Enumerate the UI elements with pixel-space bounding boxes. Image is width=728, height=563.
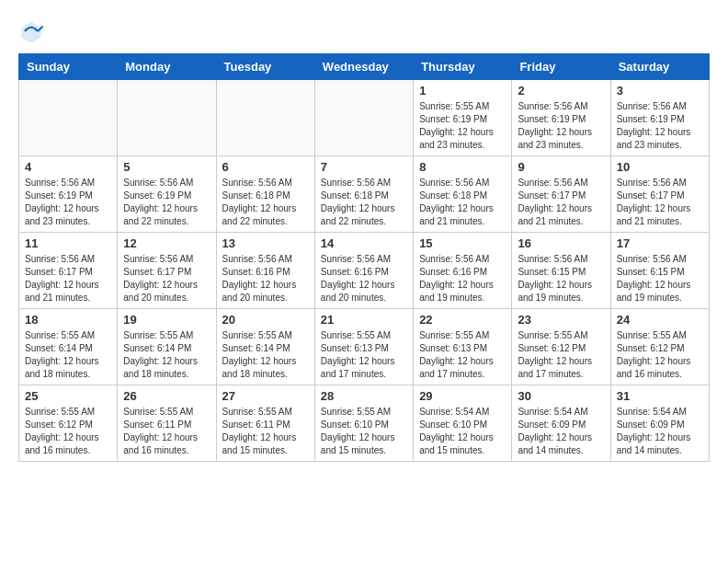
day-header-sunday: Sunday	[19, 54, 118, 80]
day-info: Sunrise: 5:56 AM Sunset: 6:15 PM Dayligh…	[518, 253, 604, 304]
calendar-cell: 15Sunrise: 5:56 AM Sunset: 6:16 PM Dayli…	[414, 233, 512, 309]
day-number: 29	[419, 389, 506, 403]
day-info: Sunrise: 5:55 AM Sunset: 6:14 PM Dayligh…	[25, 329, 111, 381]
calendar-cell: 30Sunrise: 5:54 AM Sunset: 6:09 PM Dayli…	[512, 385, 610, 462]
day-number: 10	[617, 160, 703, 174]
day-number: 13	[222, 236, 309, 250]
day-number: 27	[222, 389, 309, 403]
day-number: 3	[617, 84, 703, 98]
day-header-saturday: Saturday	[610, 54, 709, 80]
day-number: 9	[518, 160, 604, 174]
day-info: Sunrise: 5:55 AM Sunset: 6:13 PM Dayligh…	[321, 329, 407, 381]
day-header-tuesday: Tuesday	[216, 54, 314, 80]
day-number: 28	[321, 389, 407, 403]
calendar-cell: 12Sunrise: 5:56 AM Sunset: 6:17 PM Dayli…	[118, 233, 216, 309]
day-number: 20	[222, 313, 309, 327]
day-header-friday: Friday	[512, 54, 610, 80]
day-number: 19	[123, 313, 210, 327]
calendar-week-row: 25Sunrise: 5:55 AM Sunset: 6:12 PM Dayli…	[19, 385, 710, 462]
calendar-cell	[216, 80, 314, 156]
day-info: Sunrise: 5:56 AM Sunset: 6:18 PM Dayligh…	[321, 177, 407, 228]
day-info: Sunrise: 5:55 AM Sunset: 6:14 PM Dayligh…	[123, 329, 210, 381]
calendar-cell: 5Sunrise: 5:56 AM Sunset: 6:19 PM Daylig…	[118, 156, 216, 233]
calendar-cell: 24Sunrise: 5:55 AM Sunset: 6:12 PM Dayli…	[610, 309, 709, 385]
calendar-week-row: 1Sunrise: 5:55 AM Sunset: 6:19 PM Daylig…	[19, 80, 710, 156]
calendar-header-row: SundayMondayTuesdayWednesdayThursdayFrid…	[19, 54, 710, 80]
calendar-cell: 9Sunrise: 5:56 AM Sunset: 6:17 PM Daylig…	[512, 156, 610, 233]
day-info: Sunrise: 5:55 AM Sunset: 6:14 PM Dayligh…	[222, 329, 309, 381]
day-number: 1	[419, 84, 506, 98]
day-number: 21	[321, 313, 407, 327]
calendar-week-row: 11Sunrise: 5:56 AM Sunset: 6:17 PM Dayli…	[19, 233, 710, 309]
page-header	[18, 18, 710, 44]
day-info: Sunrise: 5:55 AM Sunset: 6:12 PM Dayligh…	[617, 329, 703, 381]
day-info: Sunrise: 5:55 AM Sunset: 6:19 PM Dayligh…	[419, 100, 506, 152]
day-info: Sunrise: 5:55 AM Sunset: 6:10 PM Dayligh…	[321, 406, 407, 457]
day-info: Sunrise: 5:54 AM Sunset: 6:10 PM Dayligh…	[419, 406, 506, 457]
day-info: Sunrise: 5:56 AM Sunset: 6:18 PM Dayligh…	[222, 177, 309, 228]
calendar-cell: 20Sunrise: 5:55 AM Sunset: 6:14 PM Dayli…	[216, 309, 314, 385]
calendar-cell	[118, 80, 216, 156]
day-header-thursday: Thursday	[414, 54, 512, 80]
day-number: 15	[419, 236, 506, 250]
calendar-cell: 25Sunrise: 5:55 AM Sunset: 6:12 PM Dayli…	[19, 385, 118, 462]
day-number: 7	[321, 160, 407, 174]
day-number: 23	[518, 313, 604, 327]
calendar-week-row: 4Sunrise: 5:56 AM Sunset: 6:19 PM Daylig…	[19, 156, 710, 233]
day-number: 25	[25, 389, 111, 403]
calendar-cell: 6Sunrise: 5:56 AM Sunset: 6:18 PM Daylig…	[216, 156, 314, 233]
day-header-wednesday: Wednesday	[314, 54, 413, 80]
day-info: Sunrise: 5:54 AM Sunset: 6:09 PM Dayligh…	[518, 406, 604, 457]
day-info: Sunrise: 5:55 AM Sunset: 6:12 PM Dayligh…	[518, 329, 604, 381]
day-header-monday: Monday	[118, 54, 216, 80]
day-number: 17	[617, 236, 703, 250]
day-info: Sunrise: 5:55 AM Sunset: 6:11 PM Dayligh…	[222, 406, 309, 457]
calendar-cell: 17Sunrise: 5:56 AM Sunset: 6:15 PM Dayli…	[610, 233, 709, 309]
day-number: 12	[123, 236, 210, 250]
calendar-cell: 8Sunrise: 5:56 AM Sunset: 6:18 PM Daylig…	[414, 156, 512, 233]
day-number: 14	[321, 236, 407, 250]
day-info: Sunrise: 5:56 AM Sunset: 6:17 PM Dayligh…	[25, 253, 111, 304]
day-info: Sunrise: 5:55 AM Sunset: 6:13 PM Dayligh…	[419, 329, 506, 381]
calendar-cell: 26Sunrise: 5:55 AM Sunset: 6:11 PM Dayli…	[118, 385, 216, 462]
day-number: 26	[123, 389, 210, 403]
calendar-cell: 18Sunrise: 5:55 AM Sunset: 6:14 PM Dayli…	[19, 309, 118, 385]
day-number: 31	[617, 389, 703, 403]
calendar-cell: 3Sunrise: 5:56 AM Sunset: 6:19 PM Daylig…	[610, 80, 709, 156]
logo	[18, 18, 48, 44]
calendar-cell: 2Sunrise: 5:56 AM Sunset: 6:19 PM Daylig…	[512, 80, 610, 156]
calendar-cell: 7Sunrise: 5:56 AM Sunset: 6:18 PM Daylig…	[314, 156, 413, 233]
calendar-week-row: 18Sunrise: 5:55 AM Sunset: 6:14 PM Dayli…	[19, 309, 710, 385]
day-number: 5	[123, 160, 210, 174]
day-number: 24	[617, 313, 703, 327]
day-info: Sunrise: 5:56 AM Sunset: 6:17 PM Dayligh…	[123, 253, 210, 304]
day-info: Sunrise: 5:54 AM Sunset: 6:09 PM Dayligh…	[617, 406, 703, 457]
day-number: 11	[25, 236, 111, 250]
svg-marker-0	[22, 22, 41, 43]
calendar-cell	[314, 80, 413, 156]
day-info: Sunrise: 5:56 AM Sunset: 6:16 PM Dayligh…	[222, 253, 309, 304]
day-info: Sunrise: 5:55 AM Sunset: 6:12 PM Dayligh…	[25, 406, 111, 457]
calendar-cell: 14Sunrise: 5:56 AM Sunset: 6:16 PM Dayli…	[314, 233, 413, 309]
logo-icon	[18, 18, 44, 44]
day-info: Sunrise: 5:55 AM Sunset: 6:11 PM Dayligh…	[123, 406, 210, 457]
calendar-cell: 29Sunrise: 5:54 AM Sunset: 6:10 PM Dayli…	[414, 385, 512, 462]
day-info: Sunrise: 5:56 AM Sunset: 6:19 PM Dayligh…	[518, 100, 604, 152]
day-number: 30	[518, 389, 604, 403]
calendar-cell: 31Sunrise: 5:54 AM Sunset: 6:09 PM Dayli…	[610, 385, 709, 462]
calendar-cell: 16Sunrise: 5:56 AM Sunset: 6:15 PM Dayli…	[512, 233, 610, 309]
calendar-table: SundayMondayTuesdayWednesdayThursdayFrid…	[18, 53, 710, 462]
day-number: 16	[518, 236, 604, 250]
day-info: Sunrise: 5:56 AM Sunset: 6:19 PM Dayligh…	[617, 100, 703, 152]
day-number: 4	[25, 160, 111, 174]
calendar-cell: 10Sunrise: 5:56 AM Sunset: 6:17 PM Dayli…	[610, 156, 709, 233]
day-info: Sunrise: 5:56 AM Sunset: 6:17 PM Dayligh…	[617, 177, 703, 228]
calendar-cell: 28Sunrise: 5:55 AM Sunset: 6:10 PM Dayli…	[314, 385, 413, 462]
calendar-cell: 13Sunrise: 5:56 AM Sunset: 6:16 PM Dayli…	[216, 233, 314, 309]
day-info: Sunrise: 5:56 AM Sunset: 6:19 PM Dayligh…	[25, 177, 111, 228]
day-number: 8	[419, 160, 506, 174]
day-number: 2	[518, 84, 604, 98]
day-number: 18	[25, 313, 111, 327]
day-info: Sunrise: 5:56 AM Sunset: 6:15 PM Dayligh…	[617, 253, 703, 304]
calendar-cell: 22Sunrise: 5:55 AM Sunset: 6:13 PM Dayli…	[414, 309, 512, 385]
